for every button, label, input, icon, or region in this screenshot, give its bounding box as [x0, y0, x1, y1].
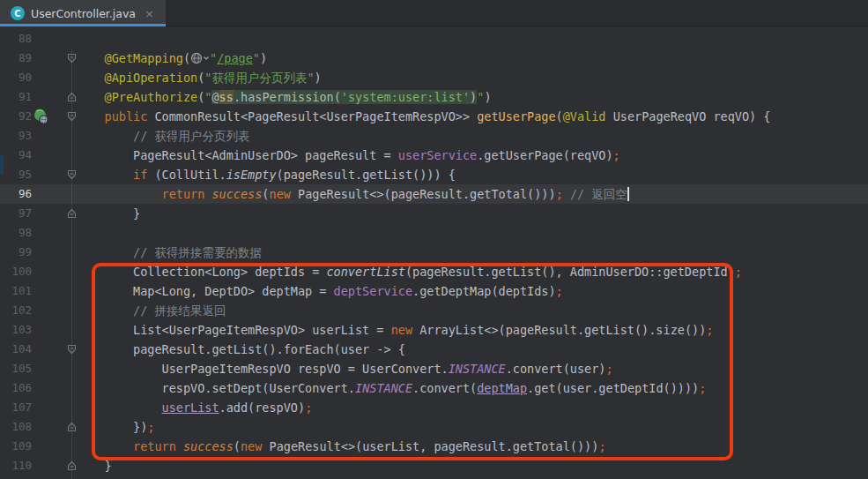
fold-region-end-icon[interactable] [66, 421, 78, 433]
code-line-text[interactable]: return success(new PageResult<>(pageResu… [76, 184, 868, 204]
token-mdecl: getUserPage [477, 109, 555, 123]
line-number[interactable]: 96 [0, 184, 32, 204]
line-number[interactable]: 92 [0, 107, 32, 126]
code-line-text[interactable]: Collection<Long> deptIds = convertList(p… [76, 262, 868, 281]
line-number[interactable]: 98 [0, 223, 32, 243]
token-cmt: // 返回空 [563, 187, 627, 201]
code-line-text[interactable]: respVO.setDept(UserConvert.INSTANCE.conv… [76, 378, 868, 398]
line-number[interactable]: 88 [0, 29, 32, 49]
code-line-text[interactable]: return success(new PageResult<>(userList… [76, 437, 868, 456]
code-line: 88 [0, 29, 868, 49]
token-text [76, 90, 105, 104]
code-editor[interactable]: 8889 @GetMapping("/page")90 @ApiOperatio… [0, 26, 868, 479]
line-number[interactable]: 108 [0, 417, 32, 437]
line-number[interactable]: 90 [0, 68, 32, 87]
line-number[interactable]: 100 [0, 262, 32, 281]
line-number[interactable]: 110 [0, 456, 32, 475]
code-line: 105 UserPageItemRespVO respVO = UserConv… [0, 359, 868, 378]
line-number[interactable]: 91 [0, 87, 32, 107]
token-text [76, 284, 133, 298]
fold-region-end-icon[interactable] [66, 207, 78, 220]
code-line-text[interactable]: // 获得拼接需要的数据 [76, 243, 868, 262]
code-line: 102 // 拼接结果返回 [0, 301, 868, 320]
code-line-text[interactable]: } [76, 456, 868, 475]
line-number[interactable]: 89 [0, 49, 32, 68]
code-line-text[interactable]: @PreAuthorize("@ss.hasPermission('system… [76, 87, 868, 107]
token-text [76, 148, 133, 162]
gutter-icons [32, 29, 76, 49]
gutter-icons [32, 87, 76, 107]
code-line-text[interactable]: // 获得用户分页列表 [76, 126, 868, 146]
code-line-text[interactable]: Map<Long, DeptDO> deptMap = deptService.… [76, 281, 868, 301]
line-number[interactable]: 93 [0, 126, 32, 146]
line-number[interactable]: 107 [0, 398, 32, 417]
line-number[interactable]: 99 [0, 243, 32, 262]
code-line-text[interactable]: public CommonResult<PageResult<UserPageI… [76, 107, 868, 126]
token-str: "获得用户分页列表" [204, 71, 314, 85]
token-kw: new [270, 187, 299, 201]
token-ann: @ApiOperation [105, 71, 198, 85]
gutter-icons [32, 378, 76, 398]
token-semi: ; [598, 439, 605, 453]
gutter-icons [32, 146, 76, 165]
token-str-u: /page [217, 51, 253, 65]
line-number[interactable]: 103 [0, 320, 32, 340]
line-number[interactable]: 102 [0, 301, 32, 320]
line-number[interactable]: 94 [0, 146, 32, 165]
token-text [76, 323, 133, 337]
editor-lines: 8889 @GetMapping("/page")90 @ApiOperatio… [0, 29, 868, 475]
left-edge-change-marker [0, 155, 4, 175]
token-cap: deptMap [477, 381, 527, 395]
line-number[interactable]: 106 [0, 378, 32, 398]
rest-api-endpoint-icon[interactable] [33, 109, 49, 125]
code-line: 106 respVO.setDept(UserConvert.INSTANCE.… [0, 378, 868, 398]
code-line-text[interactable]: @ApiOperation("获得用户分页列表") [76, 68, 868, 87]
token-text [76, 303, 133, 318]
fold-region-start-icon[interactable] [66, 343, 78, 356]
code-line-text[interactable] [76, 29, 868, 49]
token-text: CommonResult<PageResult<UserPageItemResp… [154, 109, 477, 123]
fold-region-start-icon[interactable] [66, 52, 78, 64]
code-line-text[interactable]: @GetMapping("/page") [76, 49, 868, 68]
token-sfield: INSTANCE [355, 381, 412, 395]
gutter-icons [32, 437, 76, 456]
line-number[interactable]: 104 [0, 340, 32, 359]
code-line-text[interactable]: pageResult.getList().forEach(user -> { [76, 340, 868, 359]
token-ann: @Valid [563, 109, 606, 123]
code-line-text[interactable]: } [76, 204, 868, 223]
token-ann: @PreAuthorize [105, 90, 198, 104]
code-line-text[interactable]: List<UserPageItemRespVO> userList = new … [76, 320, 868, 340]
gutter-icons [32, 359, 76, 378]
code-line-text[interactable]: userList.add(respVO); [76, 398, 868, 417]
token-text [76, 168, 133, 182]
token-text [76, 381, 162, 395]
tab-close-icon[interactable]: × [142, 6, 157, 21]
line-number[interactable]: 97 [0, 204, 32, 223]
fold-region-start-icon[interactable] [66, 168, 78, 181]
line-number[interactable]: 95 [0, 165, 32, 184]
fold-region-end-icon[interactable] [66, 91, 78, 103]
token-kw: return [133, 439, 183, 453]
tab-usercontroller[interactable]: C UserController.java × [0, 0, 166, 26]
token-text: PageResult<>(userList, pageResult.getTot… [270, 439, 599, 453]
line-number[interactable]: 109 [0, 437, 32, 456]
line-number[interactable]: 105 [0, 359, 32, 378]
fold-region-end-icon[interactable] [66, 460, 78, 472]
code-line-text[interactable]: // 拼接结果返回 [76, 301, 868, 320]
token-ann: @GetMapping [105, 51, 183, 65]
code-line: 101 Map<Long, DeptDO> deptMap = deptServ… [0, 281, 868, 301]
token-semi: ; [605, 362, 612, 376]
code-line-text[interactable]: }); [76, 417, 868, 437]
line-number[interactable]: 101 [0, 281, 32, 301]
token-text: UserPageReqVO reqVO) { [606, 109, 771, 123]
fold-region-start-icon[interactable] [66, 110, 78, 123]
token-field: userService [398, 148, 477, 162]
token-inj-hl: ss [219, 90, 234, 104]
code-line-text[interactable]: UserPageItemRespVO respVO = UserConvert.… [76, 359, 868, 378]
url-globe-icon[interactable] [190, 50, 210, 70]
code-line-text[interactable]: PageResult<AdminUserDO> pageResult = use… [76, 146, 868, 165]
code-line-text[interactable] [76, 223, 868, 243]
token-text: .convert( [412, 381, 477, 395]
token-text: ( [262, 187, 269, 201]
code-line-text[interactable]: if (CollUtil.isEmpty(pageResult.getList(… [76, 165, 868, 184]
